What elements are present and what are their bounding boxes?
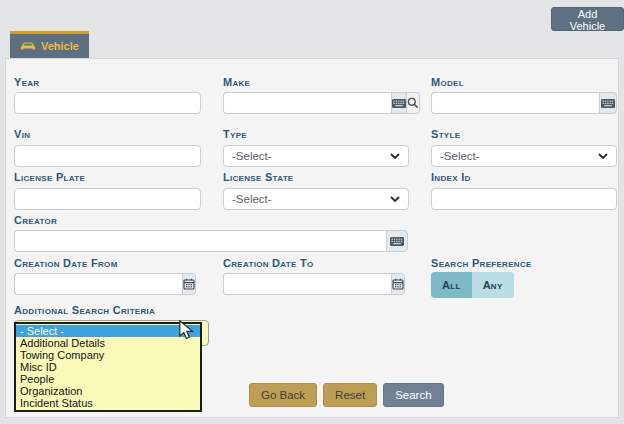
search-icon [407,97,419,109]
listbox-option-organization[interactable]: Organization [16,385,200,397]
keyboard-icon [392,99,406,108]
creation-date-from-group [14,273,168,295]
keyboard-icon [601,99,615,108]
search-preference-toggle: All Any [431,272,514,298]
listbox-option-misc-id[interactable]: Misc ID [16,361,200,373]
chevron-down-icon [390,153,400,159]
chevron-down-icon [390,196,400,202]
creator-input[interactable] [14,230,386,252]
vin-label: Vin [14,128,30,140]
creator-label: Creator [14,214,57,226]
listbox-option-incident-status[interactable]: Incident Status [16,397,200,409]
calendar-icon [183,278,195,290]
reset-button[interactable]: Reset [323,383,377,407]
tab-vehicle-label: Vehicle [41,40,79,52]
additional-search-criteria-label: Additional Search Criteria [14,304,155,316]
keyboard-button[interactable] [599,92,617,114]
calendar-button[interactable] [182,273,196,295]
keyboard-icon [390,237,404,246]
model-input[interactable] [431,92,599,114]
listbox-option-additional-details[interactable]: Additional Details [16,337,200,349]
go-back-button[interactable]: Go Back [249,383,317,407]
add-vehicle-button[interactable]: Add Vehicle [551,7,624,31]
calendar-button[interactable] [391,273,405,295]
license-plate-input[interactable] [14,188,201,210]
model-input-group [431,92,617,114]
type-select-value: -Select- [232,150,272,162]
search-button[interactable]: Search [383,383,443,407]
year-label: Year [14,76,39,88]
creation-date-to-label: Creation Date To [223,257,314,269]
search-form-panel: Year Make Model [5,58,619,418]
listbox-option-towing-company[interactable]: Towing Company [16,349,200,361]
index-id-input[interactable] [431,188,617,210]
tab-vehicle[interactable]: Vehicle [10,31,89,58]
make-input-group [223,92,409,114]
search-preference-any-button[interactable]: Any [472,272,514,298]
creation-date-from-input[interactable] [14,273,182,295]
year-input[interactable] [14,92,201,114]
style-label: Style [431,128,460,140]
style-select[interactable]: -Select- [431,145,617,167]
vin-input[interactable] [14,145,201,167]
chevron-down-icon [598,153,608,159]
license-plate-label: License Plate [14,171,85,183]
license-state-select[interactable]: -Select- [223,188,409,210]
listbox-option-select[interactable]: - Select - [16,325,200,337]
search-preference-label: Search Preference [431,257,532,269]
make-search-button[interactable] [407,92,420,114]
index-id-label: Index Id [431,171,471,183]
listbox-option-people[interactable]: People [16,373,200,385]
creator-input-group [14,230,408,252]
creation-date-from-label: Creation Date From [14,257,118,269]
calendar-icon [392,278,404,290]
make-label: Make [223,76,250,88]
search-preference-all-button[interactable]: All [431,272,472,298]
additional-search-criteria-listbox: - Select - Additional Details Towing Com… [14,322,202,412]
car-icon [20,41,36,52]
license-state-label: License State [223,171,294,183]
creation-date-to-input[interactable] [223,273,391,295]
vehicle-search-screen: Add Vehicle Vehicle Year Make [0,0,624,424]
type-select[interactable]: -Select- [223,145,409,167]
keyboard-button[interactable] [391,92,407,114]
creation-date-to-group [223,273,376,295]
footer-actions: Go Back Reset Search [249,383,444,407]
style-select-value: -Select- [440,150,480,162]
keyboard-button[interactable] [386,230,408,252]
make-input[interactable] [223,92,391,114]
type-label: Type [223,128,247,140]
license-state-select-value: -Select- [232,193,272,205]
model-label: Model [431,76,464,88]
